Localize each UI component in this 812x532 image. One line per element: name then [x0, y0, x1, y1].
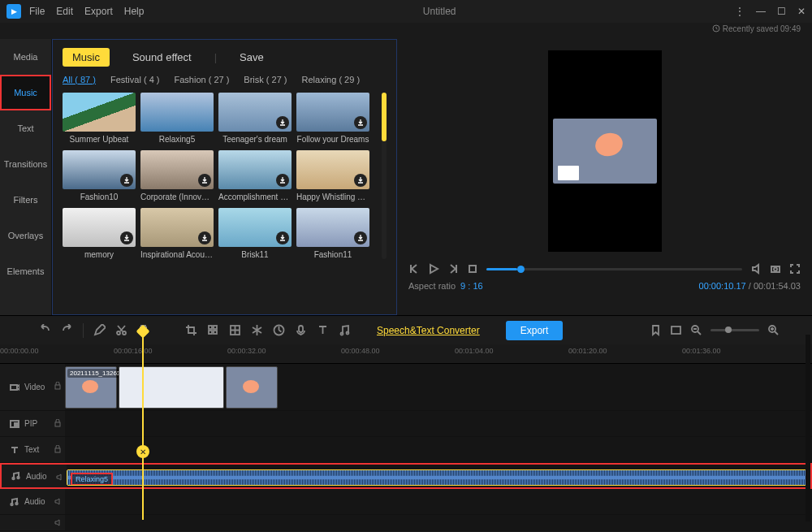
library-item[interactable]: Brisk11	[218, 208, 292, 259]
fullscreen-icon[interactable]	[789, 263, 801, 275]
library-item[interactable]: memory	[63, 208, 136, 259]
main-area: Media Music Text Transitions Filters Ove…	[0, 39, 812, 315]
nav-filters[interactable]: Filters	[0, 182, 51, 218]
vertical-scrollbar[interactable]	[806, 335, 810, 521]
nav-overlays[interactable]: Overlays	[0, 218, 51, 253]
nav-transitions[interactable]: Transitions	[0, 146, 51, 182]
lock-icon[interactable]	[54, 419, 62, 427]
svg-rect-9	[214, 331, 217, 334]
zoom-slider[interactable]	[710, 329, 759, 331]
mute-icon[interactable]	[54, 497, 62, 505]
minimize-icon[interactable]: —	[756, 6, 766, 17]
export-button[interactable]: Export	[506, 321, 564, 340]
preview-info: Aspect ratio 9 : 16 00:00:10.17 / 00:01:…	[408, 281, 801, 291]
download-icon[interactable]	[276, 174, 289, 187]
svg-point-5	[123, 331, 126, 335]
download-icon[interactable]	[198, 174, 211, 187]
download-icon[interactable]	[276, 116, 289, 129]
timeline-ruler[interactable]: 00:00:00.0000:00:16.0000:00:32.0000:00:4…	[0, 344, 812, 364]
library-scrollbar[interactable]	[382, 93, 387, 259]
playhead[interactable]: ✕	[142, 333, 144, 520]
time-current: 00:00:10.17	[699, 281, 746, 291]
download-icon[interactable]	[354, 116, 367, 129]
library-item[interactable]: Inspirational Acous...	[140, 208, 214, 259]
video-clip[interactable]: 20211115_132611.gif	[65, 366, 278, 409]
undo-icon[interactable]	[39, 324, 51, 336]
next-icon[interactable]	[447, 263, 459, 275]
maximize-icon[interactable]: ☐	[777, 6, 786, 17]
lock-icon[interactable]	[54, 382, 62, 390]
close-icon[interactable]: ✕	[797, 6, 806, 17]
grid-icon[interactable]	[229, 324, 241, 336]
lock-icon[interactable]	[54, 445, 62, 453]
nav-elements[interactable]: Elements	[0, 253, 51, 289]
mute-icon[interactable]	[54, 518, 62, 526]
timeline-toolbar: Speech&Text Converter Export	[0, 315, 812, 344]
aspect-label: Aspect ratio	[408, 281, 456, 291]
subtab-relaxing[interactable]: Relaxing ( 29 )	[302, 75, 361, 84]
text-icon[interactable]	[317, 324, 329, 336]
download-icon[interactable]	[198, 231, 211, 244]
svg-rect-15	[672, 327, 680, 334]
mosaic-icon[interactable]	[207, 324, 219, 336]
download-icon[interactable]	[276, 231, 289, 244]
download-icon[interactable]	[354, 174, 367, 187]
prev-icon[interactable]	[408, 263, 420, 275]
music-icon[interactable]	[339, 324, 351, 336]
tab-music[interactable]: Music	[63, 48, 110, 67]
freeze-icon[interactable]	[251, 324, 263, 336]
library-item[interactable]: Corporate (Innovat...	[140, 150, 214, 201]
tab-sound-effect[interactable]: Sound effect	[123, 48, 201, 67]
fit-icon[interactable]	[670, 324, 682, 336]
redo-icon[interactable]	[61, 324, 73, 336]
stop-icon[interactable]	[467, 263, 478, 275]
library-item[interactable]: Summer Upbeat	[63, 93, 136, 144]
menu-file[interactable]: File	[29, 6, 45, 17]
seek-bar[interactable]	[486, 268, 742, 270]
zoom-out-icon[interactable]	[690, 324, 702, 336]
library-tabs: Music Sound effect | Save	[63, 48, 387, 67]
library-item[interactable]: Happy Whistling U...	[296, 150, 369, 201]
download-icon[interactable]	[354, 231, 367, 244]
nav-text[interactable]: Text	[0, 110, 51, 146]
download-icon[interactable]	[120, 231, 133, 244]
library-item-label: Accomplishment Full	[218, 192, 292, 201]
library-item[interactable]: Relaxing5	[140, 93, 214, 144]
subtab-fashion[interactable]: Fashion ( 27 )	[174, 75, 229, 84]
subtab-festival[interactable]: Festival ( 4 )	[110, 75, 160, 84]
speed-icon[interactable]	[273, 324, 285, 336]
library-item[interactable]: Fashion11	[296, 208, 369, 259]
library-subtabs: All ( 87 ) Festival ( 4 ) Fashion ( 27 )…	[63, 75, 387, 84]
voiceover-icon[interactable]	[295, 324, 307, 336]
tab-save[interactable]: Save	[230, 48, 274, 67]
more-icon[interactable]: ⋮	[735, 6, 745, 17]
zoom-in-icon[interactable]	[767, 324, 780, 336]
menu-help[interactable]: Help	[124, 6, 145, 17]
menu-export[interactable]: Export	[84, 6, 113, 17]
ruler-tick: 00:00:48.00	[341, 347, 380, 355]
edit-icon[interactable]	[93, 324, 106, 336]
cut-icon[interactable]	[115, 324, 127, 336]
subtab-all[interactable]: All ( 87 )	[63, 75, 96, 84]
crop-icon[interactable]	[185, 324, 197, 336]
marker-icon[interactable]	[650, 324, 662, 336]
menu-edit[interactable]: Edit	[56, 6, 73, 17]
mute-icon[interactable]	[55, 473, 63, 481]
speech-text-converter-link[interactable]: Speech&Text Converter	[377, 325, 480, 336]
play-icon[interactable]	[428, 263, 439, 275]
download-icon[interactable]	[120, 174, 133, 187]
library-item[interactable]: Follow your Dreams	[296, 93, 369, 144]
svg-rect-19	[55, 385, 60, 389]
nav-media[interactable]: Media	[0, 39, 51, 75]
nav-music[interactable]: Music	[0, 75, 51, 110]
library-item[interactable]: Teenager's dream	[218, 93, 292, 144]
subtab-brisk[interactable]: Brisk ( 27 )	[244, 75, 287, 84]
volume-icon[interactable]	[750, 263, 762, 275]
audio-clip[interactable]: Relaxing5	[67, 469, 810, 486]
audio-marker-icon[interactable]: ✕	[136, 445, 149, 458]
library-item[interactable]: Accomplishment Full	[218, 150, 292, 201]
snapshot-icon[interactable]	[770, 263, 781, 275]
library-item[interactable]: Fashion10	[63, 150, 136, 201]
svg-rect-21	[15, 423, 18, 426]
aspect-value[interactable]: 9 : 16	[460, 281, 483, 291]
